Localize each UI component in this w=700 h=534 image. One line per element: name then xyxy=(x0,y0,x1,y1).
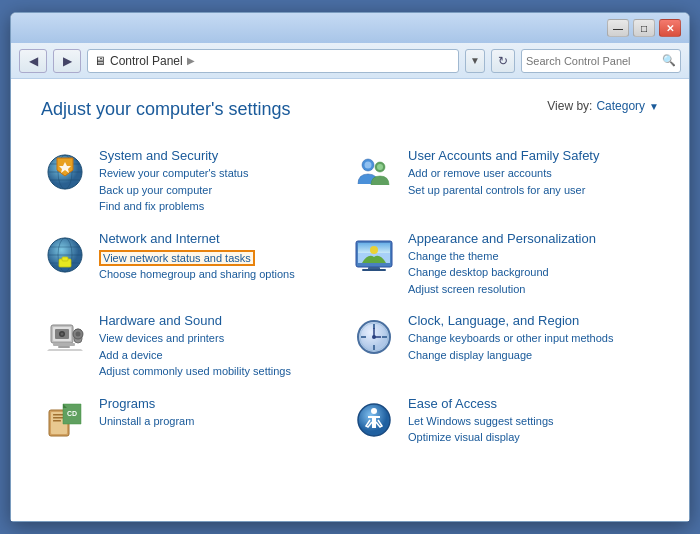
user-accounts-link-1[interactable]: Add or remove user accounts xyxy=(408,165,659,182)
close-button[interactable]: ✕ xyxy=(659,19,681,37)
appearance-title[interactable]: Appearance and Personalization xyxy=(408,231,659,246)
address-bar[interactable]: 🖥 Control Panel ▶ xyxy=(87,49,459,73)
category-user-accounts: User Accounts and Family Safety Add or r… xyxy=(350,140,659,223)
category-appearance: Appearance and Personalization Change th… xyxy=(350,223,659,306)
svg-rect-15 xyxy=(62,257,68,261)
categories-grid: System and Security Review your computer… xyxy=(41,140,659,454)
maximize-button[interactable]: □ xyxy=(633,19,655,37)
view-by-dropdown[interactable]: Category xyxy=(596,99,645,113)
svg-point-29 xyxy=(76,332,81,337)
clock-language-link-2[interactable]: Change display language xyxy=(408,347,659,364)
system-security-link-2[interactable]: Back up your computer xyxy=(99,182,350,199)
user-accounts-text: User Accounts and Family Safety Add or r… xyxy=(408,148,659,198)
svg-point-48 xyxy=(371,408,377,414)
ease-of-access-link-2[interactable]: Optimize visual display xyxy=(408,429,659,446)
toolbar: ◀ ▶ 🖥 Control Panel ▶ ▼ ↻ 🔍 xyxy=(11,43,689,79)
category-programs: CD Programs Uninstall a program xyxy=(41,388,350,454)
view-by: View by: Category ▼ xyxy=(547,99,659,113)
user-accounts-icon xyxy=(350,148,398,196)
ease-of-access-text: Ease of Access Let Windows suggest setti… xyxy=(408,396,659,446)
system-security-text: System and Security Review your computer… xyxy=(99,148,350,215)
content-area: Adjust your computer's settings View by:… xyxy=(11,79,689,521)
category-network-internet: Network and Internet View network status… xyxy=(41,223,350,306)
system-security-icon xyxy=(41,148,89,196)
appearance-link-3[interactable]: Adjust screen resolution xyxy=(408,281,659,298)
svg-rect-21 xyxy=(362,269,386,271)
category-hardware-sound: Hardware and Sound View devices and prin… xyxy=(41,305,350,388)
forward-button[interactable]: ▶ xyxy=(53,49,81,73)
category-clock-language: Clock, Language, and Region Change keybo… xyxy=(350,305,659,388)
hardware-sound-link-3[interactable]: Adjust commonly used mobility settings xyxy=(99,363,350,380)
hardware-sound-link-1[interactable]: View devices and printers xyxy=(99,330,350,347)
breadcrumb-separator: ▶ xyxy=(187,55,195,66)
hardware-sound-icon xyxy=(41,313,89,361)
address-dropdown-button[interactable]: ▼ xyxy=(465,49,485,73)
system-security-title[interactable]: System and Security xyxy=(99,148,350,163)
search-input[interactable] xyxy=(526,55,658,67)
clock-language-link-1[interactable]: Change keyboards or other input methods xyxy=(408,330,659,347)
page-title: Adjust your computer's settings xyxy=(41,99,291,120)
search-icon: 🔍 xyxy=(662,54,676,67)
back-button[interactable]: ◀ xyxy=(19,49,47,73)
svg-point-40 xyxy=(372,335,376,339)
appearance-link-2[interactable]: Change desktop background xyxy=(408,264,659,281)
user-accounts-link-2[interactable]: Set up parental controls for any user xyxy=(408,182,659,199)
network-internet-link-2[interactable]: Choose homegroup and sharing options xyxy=(99,266,350,283)
appearance-link-1[interactable]: Change the theme xyxy=(408,248,659,265)
search-bar[interactable]: 🔍 xyxy=(521,49,681,73)
system-security-link-3[interactable]: Find and fix problems xyxy=(99,198,350,215)
ease-of-access-link-1[interactable]: Let Windows suggest settings xyxy=(408,413,659,430)
svg-text:CD: CD xyxy=(67,410,77,417)
ease-of-access-icon xyxy=(350,396,398,444)
programs-icon: CD xyxy=(41,396,89,444)
hardware-sound-text: Hardware and Sound View devices and prin… xyxy=(99,313,350,380)
svg-rect-45 xyxy=(53,420,61,422)
title-bar: — □ ✕ xyxy=(11,13,689,43)
breadcrumb-text: Control Panel xyxy=(110,54,183,68)
minimize-button[interactable]: — xyxy=(607,19,629,37)
clock-language-icon xyxy=(350,313,398,361)
svg-rect-31 xyxy=(58,346,70,348)
svg-point-6 xyxy=(365,162,372,169)
clock-language-text: Clock, Language, and Region Change keybo… xyxy=(408,313,659,363)
view-by-label: View by: xyxy=(547,99,592,113)
page-header: Adjust your computer's settings View by:… xyxy=(41,99,659,120)
clock-language-title[interactable]: Clock, Language, and Region xyxy=(408,313,659,328)
category-system-security: System and Security Review your computer… xyxy=(41,140,350,223)
ease-of-access-title[interactable]: Ease of Access xyxy=(408,396,659,411)
svg-rect-30 xyxy=(53,343,75,346)
network-internet-text: Network and Internet View network status… xyxy=(99,231,350,283)
hardware-sound-title[interactable]: Hardware and Sound xyxy=(99,313,350,328)
main-window: — □ ✕ ◀ ▶ 🖥 Control Panel ▶ ▼ ↻ 🔍 Adjust… xyxy=(10,12,690,522)
user-accounts-title[interactable]: User Accounts and Family Safety xyxy=(408,148,659,163)
programs-text: Programs Uninstall a program xyxy=(99,396,350,430)
appearance-icon xyxy=(350,231,398,279)
view-by-arrow-icon[interactable]: ▼ xyxy=(649,101,659,112)
appearance-text: Appearance and Personalization Change th… xyxy=(408,231,659,298)
network-internet-icon xyxy=(41,231,89,279)
network-internet-link-1[interactable]: View network status and tasks xyxy=(99,250,255,266)
svg-point-26 xyxy=(61,333,64,336)
hardware-sound-link-2[interactable]: Add a device xyxy=(99,347,350,364)
system-security-link-1[interactable]: Review your computer's status xyxy=(99,165,350,182)
svg-point-8 xyxy=(377,164,383,170)
network-internet-title[interactable]: Network and Internet xyxy=(99,231,350,246)
programs-title[interactable]: Programs xyxy=(99,396,350,411)
category-ease-of-access: Ease of Access Let Windows suggest setti… xyxy=(350,388,659,454)
programs-link-1[interactable]: Uninstall a program xyxy=(99,413,350,430)
refresh-button[interactable]: ↻ xyxy=(491,49,515,73)
network-highlighted-link-wrapper: View network status and tasks xyxy=(99,248,350,267)
svg-point-19 xyxy=(370,246,378,254)
